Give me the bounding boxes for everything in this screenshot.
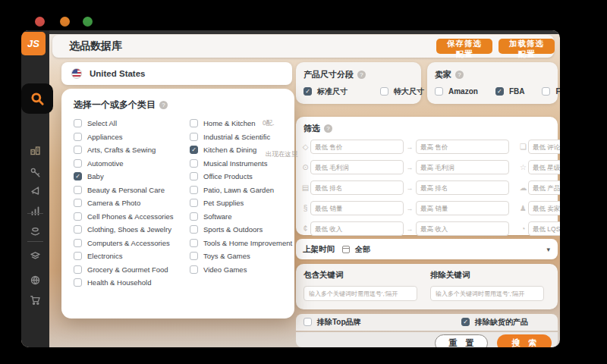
include-keywords-input[interactable]: [304, 286, 417, 301]
category-option[interactable]: Automotive: [74, 159, 187, 168]
checkbox[interactable]: [74, 186, 82, 194]
sidebar-item-academy[interactable]: [21, 247, 49, 264]
category-option[interactable]: Toys & Games: [190, 252, 290, 260]
checkbox[interactable]: [74, 133, 82, 141]
sidebar-item-suppliers[interactable]: [21, 142, 49, 158]
marketplace-selector[interactable]: United States: [61, 62, 292, 85]
category-option[interactable]: Pet Supplies: [190, 199, 290, 207]
max-profit-input[interactable]: [416, 160, 509, 174]
checkbox[interactable]: [304, 318, 312, 326]
checkbox[interactable]: [74, 239, 82, 247]
min-sales-input[interactable]: [310, 201, 404, 215]
checkbox[interactable]: [380, 87, 388, 96]
category-option[interactable]: Arts, Crafts & Sewing: [74, 146, 187, 154]
sidebar-item-sales[interactable]: [21, 223, 49, 240]
reset-button[interactable]: 重 置: [435, 334, 488, 347]
category-option[interactable]: Computers & Accessories: [74, 239, 187, 247]
min-price-tag-input[interactable]: [310, 140, 404, 154]
help-icon[interactable]: ?: [324, 124, 332, 133]
checkbox[interactable]: [74, 225, 82, 234]
checkbox[interactable]: ✓: [495, 87, 504, 96]
save-filter-config-button[interactable]: 保存筛选配置: [436, 39, 492, 54]
listing-time-select[interactable]: 上架时间 全部 ▾: [296, 239, 558, 259]
js-logo[interactable]: JS: [21, 32, 46, 55]
checkbox[interactable]: ✓: [74, 172, 82, 180]
checkbox[interactable]: [74, 159, 82, 168]
seller-option[interactable]: FBM: [542, 87, 560, 96]
category-option[interactable]: Sports & Outdoors: [190, 225, 290, 234]
max-revenue-input[interactable]: [416, 221, 509, 236]
checkbox[interactable]: [74, 265, 82, 274]
category-option[interactable]: Clothing, Shoes & Jewelry: [74, 225, 187, 234]
min-weight-input[interactable]: [528, 180, 560, 195]
exclude-keywords-input[interactable]: [430, 286, 544, 301]
checkbox[interactable]: [190, 133, 198, 141]
min-sellers-input[interactable]: [528, 201, 560, 215]
seller-option[interactable]: ✓FBA: [495, 87, 525, 96]
load-filter-config-button[interactable]: 加载筛选配置: [498, 39, 555, 54]
category-option[interactable]: Grocery & Gourmet Food: [74, 265, 187, 274]
checkbox[interactable]: [190, 186, 198, 194]
exclusion-option[interactable]: ✓排除缺货的产品: [461, 318, 528, 326]
help-icon[interactable]: ?: [357, 71, 366, 79]
sidebar-item-product-database-active[interactable]: [21, 83, 53, 114]
checkbox[interactable]: [74, 146, 82, 154]
max-price-tag-input[interactable]: [416, 140, 509, 154]
checkbox[interactable]: [190, 212, 198, 221]
help-icon[interactable]: ?: [159, 101, 168, 109]
min-reviews-input[interactable]: [528, 140, 560, 154]
minimize-window-button[interactable]: [60, 17, 70, 27]
size-option[interactable]: ✓标准尺寸: [304, 87, 348, 96]
category-option[interactable]: Tools & Home Improvement: [190, 239, 290, 247]
category-option[interactable]: Software: [190, 212, 290, 221]
checkbox[interactable]: [190, 225, 198, 234]
exclusion-option[interactable]: 排除Top品牌: [304, 318, 361, 326]
help-icon[interactable]: ?: [455, 71, 464, 79]
checkbox[interactable]: [435, 87, 443, 96]
checkbox[interactable]: [190, 239, 198, 247]
category-option[interactable]: Patio, Lawn & Garden: [190, 186, 290, 194]
category-option[interactable]: Select All: [74, 119, 187, 127]
checkbox[interactable]: [190, 172, 198, 180]
min-lqs-input[interactable]: [528, 221, 560, 236]
category-option[interactable]: Office Products: [190, 172, 290, 180]
category-option[interactable]: Musical Instruments: [190, 159, 290, 168]
checkbox[interactable]: ✓: [304, 87, 312, 96]
category-option[interactable]: Electronics: [74, 252, 187, 260]
search-button[interactable]: 搜 索: [497, 334, 552, 347]
checkbox[interactable]: [74, 278, 82, 287]
checkbox[interactable]: [190, 252, 198, 260]
min-rating-input[interactable]: [528, 160, 560, 174]
maximize-window-button[interactable]: [83, 17, 93, 27]
category-option[interactable]: Home & Kitchen: [190, 119, 290, 127]
sidebar-item-cart[interactable]: [21, 291, 49, 308]
category-option[interactable]: Camera & Photo: [74, 199, 187, 207]
category-option[interactable]: Beauty & Personal Care: [74, 186, 187, 194]
category-option[interactable]: ✓Baby: [74, 172, 187, 180]
sidebar-item-web[interactable]: [21, 271, 49, 288]
checkbox[interactable]: ✓: [190, 146, 198, 154]
sidebar-item-analytics[interactable]: [21, 202, 49, 218]
category-option[interactable]: Appliances: [74, 133, 187, 141]
seller-option[interactable]: Amazon: [435, 87, 478, 96]
checkbox[interactable]: [542, 87, 550, 96]
min-profit-input[interactable]: [310, 160, 404, 174]
checkbox[interactable]: [190, 119, 198, 127]
checkbox[interactable]: [74, 252, 82, 260]
checkbox[interactable]: [190, 159, 198, 168]
close-window-button[interactable]: [35, 17, 45, 27]
category-option[interactable]: Video Games: [190, 265, 290, 274]
category-option[interactable]: Cell Phones & Accessories: [74, 212, 187, 221]
min-rank-input[interactable]: [310, 180, 404, 195]
category-option[interactable]: Health & Household: [74, 278, 187, 287]
sidebar-item-keywords[interactable]: [21, 164, 49, 180]
checkbox[interactable]: [190, 265, 198, 274]
checkbox[interactable]: ✓: [461, 318, 470, 326]
checkbox[interactable]: [74, 119, 82, 127]
max-sales-input[interactable]: [416, 201, 509, 215]
checkbox[interactable]: [190, 199, 198, 207]
max-rank-input[interactable]: [416, 180, 509, 195]
min-revenue-input[interactable]: [310, 221, 404, 236]
sidebar-item-marketing[interactable]: [21, 181, 49, 198]
size-option[interactable]: 特大尺寸: [380, 87, 424, 96]
